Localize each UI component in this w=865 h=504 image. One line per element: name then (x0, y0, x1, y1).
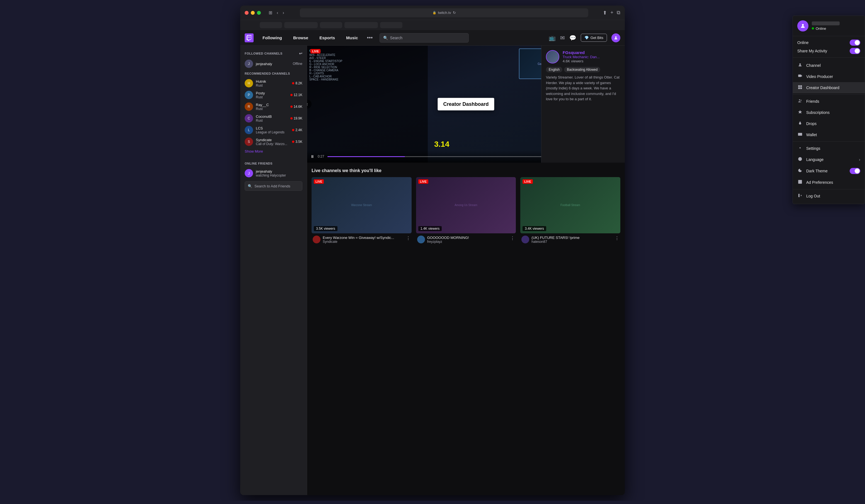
stream-description: Variety Streamer. Lover of all things Ot… (546, 75, 620, 102)
time-display: 0:27 (318, 154, 324, 159)
channel-game: Rust (256, 95, 288, 99)
show-more-button[interactable]: Show More (240, 148, 307, 155)
search-friends-input[interactable]: 🔍 Search to Add Friends (245, 181, 302, 191)
refresh-icon[interactable]: ↻ (453, 11, 456, 15)
streamer-name[interactable]: FGsquared (563, 50, 600, 55)
channel-name: Hutnik (256, 79, 289, 83)
share-icon[interactable]: ⬆ (603, 10, 607, 16)
title-bar: ⊞ ‹ › 🔒 twitch.tv ↻ ⬆ + ⧉ (240, 5, 625, 20)
viewer-count: 12.1K (290, 93, 302, 97)
stream-info-panel: FGsquared Truck Mechanic: Dan... 4.6K vi… (541, 46, 625, 163)
nav-music[interactable]: Music (344, 34, 360, 41)
nav-browse[interactable]: Browse (291, 34, 310, 41)
sidebar-channel-rayc[interactable]: R Ray__C Rust 14.6K (240, 101, 307, 113)
viewer-badge-1: 1.4K viewers (418, 226, 442, 231)
viewer-count: 2.4K (292, 128, 302, 132)
close-button[interactable] (245, 11, 249, 15)
back-button[interactable]: ‹ (276, 9, 279, 16)
new-tab-icon[interactable]: + (610, 10, 613, 16)
channel-thumb-0: Warzone Stream LIVE 3.5K viewers (312, 177, 412, 233)
stream-game[interactable]: Truck Mechanic: Dan... (563, 55, 600, 59)
tab-bar (240, 20, 625, 30)
sidebar-channel-posty[interactable]: P Posty Rust 12.1K (240, 89, 307, 101)
search-icon: 🔍 (383, 36, 388, 40)
maximize-button[interactable] (257, 11, 261, 15)
tab-5[interactable] (380, 22, 402, 28)
forward-button[interactable]: › (281, 9, 285, 16)
mac-window: ⊞ ‹ › 🔒 twitch.tv ↻ ⬆ + ⧉ (240, 5, 625, 495)
tab-2[interactable] (284, 22, 318, 28)
followed-channels-header: FOLLOWED CHANNELS ↩ (240, 49, 307, 58)
tabs-icon[interactable]: ⧉ (617, 10, 620, 16)
tag-english[interactable]: English (546, 67, 562, 72)
stream-section: Controls W/S - ACCELERATE A/D - STEER E … (307, 46, 625, 163)
channel-name: LCS (256, 126, 289, 130)
tab-4[interactable] (344, 22, 378, 28)
nav-esports[interactable]: Esports (317, 34, 337, 41)
card-avatar-2 (521, 236, 529, 243)
tag-backseating[interactable]: Backseating Allowed (564, 67, 600, 72)
channel-card-2[interactable]: Football Stream LIVE 3.4K viewers (UK) F… (520, 177, 620, 244)
card-more-button-0[interactable]: ⋮ (406, 236, 411, 241)
card-text-1: GOOOOOOD MORNING! freyzplayz (427, 236, 469, 244)
top-nav: Following Browse Esports Music ••• 🔍 Sea… (240, 30, 625, 46)
stream-channel-1: freyzplayz (427, 240, 469, 244)
tab-3[interactable] (320, 22, 342, 28)
nav-buttons: ⊞ ‹ › (267, 9, 285, 16)
friends-label: ONLINE FRIENDS (245, 162, 273, 165)
card-info-2: (UK) FUTURE STARS! !prime hateson87 ⋮ (520, 233, 620, 244)
channel-name: jenjeahaly (256, 62, 290, 66)
notifications-icon[interactable]: ✉ (560, 35, 565, 41)
nav-more[interactable]: ••• (367, 35, 373, 41)
twitch-logo[interactable] (245, 33, 254, 42)
channel-card-0[interactable]: Warzone Stream LIVE 3.5K viewers Every W… (312, 177, 412, 244)
channel-card-1[interactable]: Among Us Stream LIVE 1.4K viewers GOOOOO… (416, 177, 516, 244)
inbox-icon[interactable]: 💬 (569, 35, 576, 41)
nav-right: 📺 ✉ 💬 💎 Get Bits (549, 33, 620, 42)
stream-title-2: (UK) FUTURE STARS! !prime (531, 236, 579, 240)
friend-item-jenjeahaly[interactable]: J jenjeahaly watching Halycopter (240, 167, 307, 179)
card-avatar-0 (313, 236, 321, 243)
sidebar-collapse-button[interactable]: ↩ (299, 51, 303, 56)
card-more-button-2[interactable]: ⋮ (615, 236, 619, 241)
stream-channel-2: hateson87 (531, 240, 579, 244)
address-bar[interactable]: 🔒 twitch.tv ↻ (300, 8, 589, 17)
bits-gem-icon: 💎 (584, 36, 589, 40)
stream-title-0: Every Warzone Win = Giveaway! w/Syndic..… (323, 236, 394, 240)
online-friends-header: ONLINE FRIENDS (240, 160, 307, 167)
sidebar-channel-lcs[interactable]: L LCS League of Legends 2.4K (240, 124, 307, 136)
live-channels-section: Live channels we think you'll like Warzo… (307, 163, 625, 249)
activity-feed-icon[interactable]: 📺 (549, 35, 556, 41)
sidebar-channel-coconutb[interactable]: C CoconutB Rust 19.9K (240, 113, 307, 124)
minimize-button[interactable] (251, 11, 255, 15)
channel-game: Rust (256, 107, 288, 111)
sidebar-channel-hutnik[interactable]: H Hutnik Rust 8.2K (240, 78, 307, 89)
avatar: L (245, 126, 253, 134)
stream-title-1: GOOOOOOD MORNING! (427, 236, 469, 240)
sidebar-channel-jenjeahaly[interactable]: J jenjeahaly Offline (240, 58, 307, 70)
stream-viewers: 4.6K viewers (563, 59, 600, 63)
viewer-count: 19.9K (290, 116, 302, 120)
channel-name: Posty (256, 91, 288, 95)
card-avatar-1 (417, 236, 425, 243)
user-avatar-button[interactable] (611, 33, 620, 42)
card-more-button-1[interactable]: ⋮ (510, 236, 515, 241)
app-container: Following Browse Esports Music ••• 🔍 Sea… (240, 30, 625, 495)
avatar: H (245, 79, 253, 87)
offline-status: Offline (293, 62, 302, 66)
channel-thumb-1: Among Us Stream LIVE 1.4K viewers (416, 177, 516, 233)
viewer-count: 3.5K (292, 140, 302, 144)
tab-1[interactable] (260, 22, 282, 28)
channel-game: Rust (256, 119, 288, 122)
channel-thumb-2: Football Stream LIVE 3.4K viewers (520, 177, 620, 233)
sidebar-channel-syndicate[interactable]: S Syndicate Call of Duty: Warzo... 3.5K (240, 136, 307, 148)
avatar: P (245, 91, 253, 99)
pause-button[interactable]: ⏸ (310, 154, 314, 159)
live-badge-0: LIVE (314, 179, 324, 184)
search-friends-icon: 🔍 (248, 184, 252, 188)
grid-icon: ⊞ (267, 9, 273, 16)
get-bits-button[interactable]: 💎 Get Bits (581, 34, 607, 42)
search-bar[interactable]: 🔍 Search (380, 33, 469, 43)
lock-icon: 🔒 (432, 11, 436, 14)
nav-following[interactable]: Following (260, 34, 284, 41)
